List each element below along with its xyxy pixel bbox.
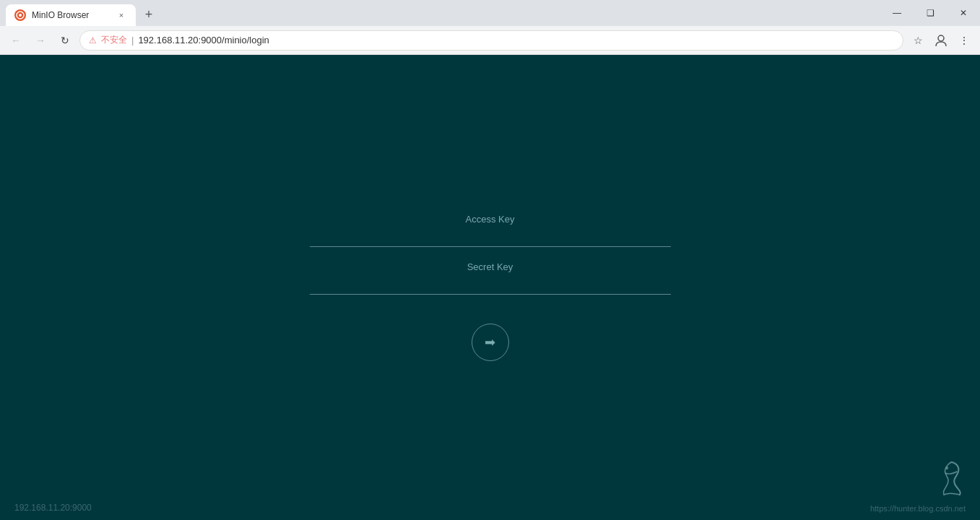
close-button[interactable]: ✕ xyxy=(947,0,980,26)
secret-key-label: Secret Key xyxy=(310,261,671,272)
minimize-button[interactable]: — xyxy=(880,0,914,26)
tab-favicon xyxy=(14,9,26,21)
url-text: 192.168.11.20:9000/minio/login xyxy=(138,35,269,46)
active-tab[interactable]: MinIO Browser × xyxy=(6,4,136,26)
access-key-input[interactable] xyxy=(310,229,671,247)
access-key-group: Access Key xyxy=(310,214,671,247)
access-key-label: Access Key xyxy=(310,214,671,225)
back-button[interactable]: ← xyxy=(6,30,26,51)
footer-right: https://hunter.blog.csdn.net xyxy=(870,459,966,513)
minio-logo xyxy=(937,459,966,501)
insecure-label: 不安全 xyxy=(101,34,127,46)
menu-button[interactable]: ⋮ xyxy=(954,30,974,51)
forward-button[interactable]: → xyxy=(30,30,51,51)
browser-content: Access Key Secret Key ➡ 192.168.11.20:90… xyxy=(0,55,980,520)
secret-key-group: Secret Key xyxy=(310,261,671,295)
maximize-button[interactable]: ❑ xyxy=(914,0,947,26)
svg-point-1 xyxy=(19,14,22,17)
svg-point-3 xyxy=(945,467,948,469)
page-footer: 192.168.11.20:9000 https://hunter.blog.c… xyxy=(0,459,980,513)
footer-address: 192.168.11.20:9000 xyxy=(14,503,92,513)
url-separator: | xyxy=(131,35,134,46)
browser-chrome: MinIO Browser × + — ❑ ✕ xyxy=(0,0,980,26)
login-button[interactable]: ➡ xyxy=(472,324,509,361)
login-form: Access Key Secret Key ➡ xyxy=(310,214,671,361)
window-controls: — ❑ ✕ xyxy=(880,0,980,26)
profile-button[interactable] xyxy=(931,30,951,51)
reload-button[interactable]: ↻ xyxy=(55,30,75,51)
svg-point-2 xyxy=(938,35,944,41)
login-arrow-icon: ➡ xyxy=(485,334,495,350)
toolbar-right: ☆ ⋮ xyxy=(908,30,974,51)
browser-toolbar: ← → ↻ ⚠ 不安全 | 192.168.11.20:9000/minio/l… xyxy=(0,26,980,55)
tab-close-button[interactable]: × xyxy=(116,9,127,21)
footer-blog-url: https://hunter.blog.csdn.net xyxy=(870,504,966,513)
address-bar[interactable]: ⚠ 不安全 | 192.168.11.20:9000/minio/login xyxy=(79,30,903,51)
new-tab-button[interactable]: + xyxy=(139,4,159,25)
security-icon: ⚠ xyxy=(89,35,97,46)
bookmark-button[interactable]: ☆ xyxy=(908,30,928,51)
secret-key-input[interactable] xyxy=(310,277,671,295)
tab-title: MinIO Browser xyxy=(32,10,110,20)
